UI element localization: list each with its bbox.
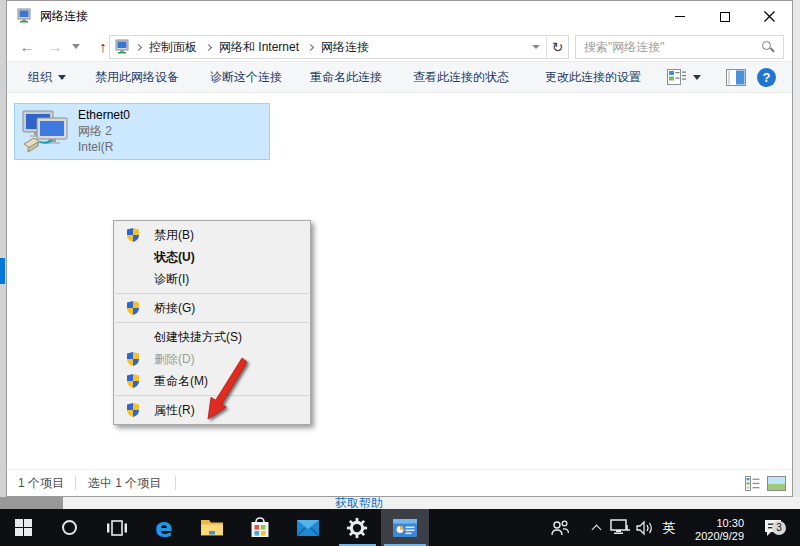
- uac-shield-icon: [123, 227, 143, 243]
- address-dropdown-button[interactable]: [526, 36, 546, 58]
- menu-item-status[interactable]: 状态(U): [114, 246, 310, 268]
- menu-separator: [115, 322, 309, 323]
- change-view-button[interactable]: [667, 69, 686, 86]
- menu-item-diagnose[interactable]: 诊断(I): [114, 268, 310, 290]
- network-tray-button[interactable]: [608, 509, 632, 546]
- show-hidden-icons-button[interactable]: [586, 509, 606, 546]
- date-text: 2020/9/29: [695, 530, 744, 543]
- network-connections-taskbar-button[interactable]: [381, 509, 429, 546]
- connection-adapter: Intel(R: [78, 139, 130, 155]
- network-tray-icon: [610, 519, 630, 536]
- connection-name: Ethernet0: [78, 107, 130, 123]
- address-location-icon: [115, 39, 131, 55]
- forward-icon: →: [48, 38, 63, 55]
- status-bar: 1 个项目 选中 1 个项目: [7, 469, 792, 496]
- rename-connection-button[interactable]: 重命名此连接: [310, 62, 382, 92]
- back-icon: ←: [20, 38, 35, 55]
- background-window-strip: 获取帮助: [0, 497, 800, 509]
- items-view[interactable]: Ethernet0 网络 2 Intel(R 禁用(B) 状态(U) 诊断(I): [7, 93, 792, 469]
- clock[interactable]: 10:30 2020/9/29: [680, 509, 744, 546]
- uac-shield-icon: [123, 351, 143, 367]
- edge-icon: e: [155, 515, 173, 541]
- settings-gear-icon: [346, 517, 368, 539]
- menu-label: 桥接(G): [154, 300, 195, 317]
- change-settings-button[interactable]: 更改此连接的设置: [545, 62, 641, 92]
- mail-button[interactable]: [284, 509, 332, 546]
- chevron-up-icon: [591, 524, 601, 534]
- ime-language-button[interactable]: 英: [658, 509, 680, 546]
- background-accent-bar: [0, 258, 5, 284]
- breadcrumb-control-panel[interactable]: 控制面板: [145, 39, 201, 56]
- time-text: 10:30: [716, 517, 744, 530]
- speaker-icon: [636, 520, 654, 536]
- connection-network: 网络 2: [78, 123, 130, 139]
- cortana-button[interactable]: [46, 509, 93, 546]
- organize-button[interactable]: 组织: [28, 62, 66, 92]
- network-connections-window: 网络连接 ← → ↑ 控制面板 网络和 Internet 网络连接: [6, 0, 793, 497]
- breadcrumb-network-internet[interactable]: 网络和 Internet: [215, 39, 303, 56]
- notification-badge: 3: [772, 521, 786, 535]
- mail-icon: [296, 519, 320, 537]
- recent-locations-button[interactable]: [69, 32, 83, 61]
- command-bar: 组织 禁用此网络设备 诊断这个连接 重命名此连接 查看此连接的状态 更改此连接的…: [7, 62, 792, 93]
- file-explorer-icon: [200, 518, 224, 537]
- large-icons-view-toggle[interactable]: [767, 476, 786, 491]
- search-input[interactable]: [578, 37, 758, 57]
- settings-button[interactable]: [332, 509, 381, 546]
- ethernet-adapter-icon: [20, 108, 74, 158]
- breadcrumb-network-connections[interactable]: 网络连接: [317, 39, 373, 56]
- file-explorer-button[interactable]: [188, 509, 236, 546]
- uac-shield-icon: [123, 373, 143, 389]
- items-count: 1 个项目: [18, 470, 64, 496]
- help-icon: ?: [763, 70, 771, 85]
- breadcrumb-chevron-icon: [201, 36, 215, 58]
- menu-label: 删除(D): [154, 351, 195, 368]
- organize-label: 组织: [28, 70, 52, 84]
- menu-item-create-shortcut[interactable]: 创建快捷方式(S): [114, 326, 310, 348]
- taskbar: e: [0, 509, 800, 546]
- refresh-button[interactable]: ↻: [546, 36, 568, 58]
- chevron-down-icon: [532, 45, 540, 49]
- cortana-icon: [62, 520, 77, 535]
- search-icon[interactable]: [762, 41, 775, 54]
- breadcrumb-chevron-icon: [303, 36, 317, 58]
- chevron-down-icon: [58, 75, 66, 80]
- task-view-button[interactable]: [93, 509, 140, 546]
- preview-pane-button[interactable]: [726, 69, 746, 86]
- search-box: [575, 35, 784, 59]
- menu-item-bridge[interactable]: 桥接(G): [114, 297, 310, 319]
- volume-tray-button[interactable]: [633, 509, 657, 546]
- edge-button[interactable]: e: [140, 509, 188, 546]
- connection-item-ethernet0[interactable]: Ethernet0 网络 2 Intel(R: [14, 103, 270, 160]
- title-bar[interactable]: 网络连接: [7, 1, 792, 32]
- menu-icon-spacer: [123, 329, 143, 345]
- close-icon: [764, 11, 775, 22]
- close-button[interactable]: [747, 1, 792, 32]
- back-button[interactable]: ←: [15, 32, 39, 61]
- details-view-toggle[interactable]: [745, 476, 760, 491]
- maximize-button[interactable]: [702, 1, 747, 32]
- menu-icon-spacer: [123, 271, 143, 287]
- people-button[interactable]: [548, 509, 572, 546]
- task-view-icon: [106, 519, 128, 537]
- minimize-button[interactable]: [657, 1, 702, 32]
- menu-separator: [115, 293, 309, 294]
- menu-item-disable[interactable]: 禁用(B): [114, 224, 310, 246]
- help-button[interactable]: ?: [757, 68, 776, 87]
- view-dropdown-icon[interactable]: [693, 75, 701, 80]
- diagnose-connection-button[interactable]: 诊断这个连接: [210, 62, 282, 92]
- forward-button[interactable]: →: [43, 32, 67, 61]
- store-button[interactable]: [236, 509, 284, 546]
- menu-label: 诊断(I): [154, 271, 189, 288]
- address-bar[interactable]: 控制面板 网络和 Internet 网络连接 ↻: [109, 35, 569, 59]
- maximize-icon: [720, 12, 730, 22]
- disable-device-button[interactable]: 禁用此网络设备: [95, 62, 179, 92]
- menu-label: 创建快捷方式(S): [154, 329, 242, 346]
- start-button[interactable]: [0, 509, 46, 546]
- status-divider: [75, 476, 76, 490]
- view-status-button[interactable]: 查看此连接的状态: [413, 62, 509, 92]
- get-help-link[interactable]: 获取帮助: [335, 497, 383, 509]
- people-icon: [550, 520, 570, 536]
- navigation-bar: ← → ↑ 控制面板 网络和 Internet 网络连接 ↻: [7, 32, 792, 62]
- selected-count: 选中 1 个项目: [88, 470, 161, 496]
